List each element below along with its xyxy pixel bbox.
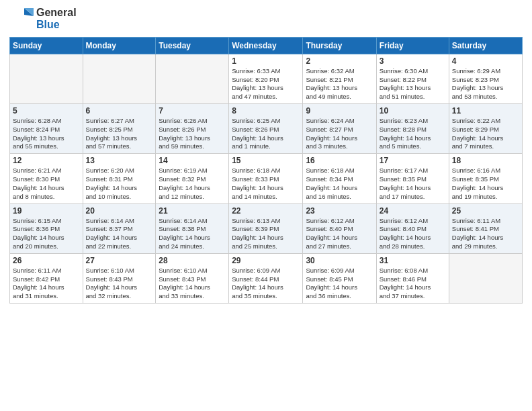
day-number: 18 [452,156,519,165]
day-info: Sunrise: 6:18 AM Sunset: 8:33 PM Dayligh… [232,167,300,201]
day-number: 22 [232,206,300,216]
calendar-cell: 2Sunrise: 6:32 AM Sunset: 8:21 PM Daylig… [303,54,376,103]
day-info: Sunrise: 6:11 AM Sunset: 8:42 PM Dayligh… [13,267,80,301]
day-number: 14 [159,156,226,165]
calendar-cell: 14Sunrise: 6:19 AM Sunset: 8:32 PM Dayli… [156,154,229,203]
day-info: Sunrise: 6:26 AM Sunset: 8:26 PM Dayligh… [159,117,226,151]
day-info: Sunrise: 6:14 AM Sunset: 8:38 PM Dayligh… [159,217,226,251]
day-number: 11 [452,106,519,116]
day-info: Sunrise: 6:20 AM Sunset: 8:31 PM Dayligh… [86,167,153,201]
day-number: 1 [232,56,300,66]
day-number: 17 [380,156,446,165]
day-info: Sunrise: 6:10 AM Sunset: 8:43 PM Dayligh… [86,267,153,301]
calendar-cell: 1Sunrise: 6:33 AM Sunset: 8:20 PM Daylig… [229,54,303,103]
day-info: Sunrise: 6:28 AM Sunset: 8:24 PM Dayligh… [13,117,80,151]
calendar-cell: 16Sunrise: 6:18 AM Sunset: 8:34 PM Dayli… [303,154,376,203]
day-number: 23 [306,206,373,216]
calendar-cell: 28Sunrise: 6:10 AM Sunset: 8:43 PM Dayli… [156,253,229,303]
weekday-header-sunday: Sunday [10,37,83,54]
day-info: Sunrise: 6:32 AM Sunset: 8:21 PM Dayligh… [306,67,373,101]
day-info: Sunrise: 6:30 AM Sunset: 8:22 PM Dayligh… [380,67,446,101]
day-info: Sunrise: 6:15 AM Sunset: 8:36 PM Dayligh… [13,217,80,251]
weekday-header-saturday: Saturday [449,37,522,54]
weekday-header-friday: Friday [376,37,449,54]
calendar-cell: 12Sunrise: 6:21 AM Sunset: 8:30 PM Dayli… [10,154,83,203]
calendar-cell: 9Sunrise: 6:24 AM Sunset: 8:27 PM Daylig… [303,104,376,154]
day-number: 20 [86,206,153,216]
calendar-cell: 17Sunrise: 6:17 AM Sunset: 8:35 PM Dayli… [376,154,449,203]
day-number: 5 [13,106,80,116]
calendar-cell [449,253,522,303]
day-number: 6 [86,106,153,116]
calendar-week-3: 12Sunrise: 6:21 AM Sunset: 8:30 PM Dayli… [10,154,523,203]
day-number: 29 [232,256,300,265]
day-info: Sunrise: 6:08 AM Sunset: 8:46 PM Dayligh… [380,267,446,301]
calendar-cell: 5Sunrise: 6:28 AM Sunset: 8:24 PM Daylig… [10,104,83,154]
day-number: 9 [306,106,373,116]
calendar-week-2: 5Sunrise: 6:28 AM Sunset: 8:24 PM Daylig… [10,104,523,154]
logo-general: General [36,7,77,19]
day-number: 30 [306,256,373,265]
day-number: 3 [380,56,446,66]
calendar-cell: 4Sunrise: 6:29 AM Sunset: 8:23 PM Daylig… [449,54,522,103]
day-number: 7 [159,106,226,116]
day-info: Sunrise: 6:16 AM Sunset: 8:35 PM Dayligh… [452,167,519,201]
header: GeneralBlue [9,7,523,32]
day-number: 8 [232,106,300,116]
logo: GeneralBlue [9,7,77,32]
calendar-week-1: 1Sunrise: 6:33 AM Sunset: 8:20 PM Daylig… [10,54,523,103]
day-number: 27 [86,256,153,265]
calendar-cell [83,54,156,103]
day-info: Sunrise: 6:29 AM Sunset: 8:23 PM Dayligh… [452,67,519,101]
page: GeneralBlue SundayMondayTuesdayWednesday… [0,0,532,411]
day-info: Sunrise: 6:12 AM Sunset: 8:40 PM Dayligh… [380,217,446,251]
day-info: Sunrise: 6:33 AM Sunset: 8:20 PM Dayligh… [232,67,300,101]
day-info: Sunrise: 6:13 AM Sunset: 8:39 PM Dayligh… [232,217,300,251]
day-info: Sunrise: 6:10 AM Sunset: 8:43 PM Dayligh… [159,267,226,301]
calendar-cell [156,54,229,103]
calendar-cell: 13Sunrise: 6:20 AM Sunset: 8:31 PM Dayli… [83,154,156,203]
day-info: Sunrise: 6:12 AM Sunset: 8:40 PM Dayligh… [306,217,373,251]
day-number: 4 [452,56,519,66]
day-info: Sunrise: 6:09 AM Sunset: 8:44 PM Dayligh… [232,267,300,301]
calendar-cell: 31Sunrise: 6:08 AM Sunset: 8:46 PM Dayli… [376,253,449,303]
logo-blue: Blue [36,19,77,31]
calendar: SundayMondayTuesdayWednesdayThursdayFrid… [9,37,523,304]
weekday-header-tuesday: Tuesday [156,37,229,54]
day-number: 24 [380,206,446,216]
day-info: Sunrise: 6:21 AM Sunset: 8:30 PM Dayligh… [13,167,80,201]
day-info: Sunrise: 6:19 AM Sunset: 8:32 PM Dayligh… [159,167,226,201]
day-info: Sunrise: 6:24 AM Sunset: 8:27 PM Dayligh… [306,117,373,151]
day-number: 12 [13,156,80,165]
day-number: 19 [13,206,80,216]
calendar-cell: 22Sunrise: 6:13 AM Sunset: 8:39 PM Dayli… [229,203,303,253]
day-info: Sunrise: 6:17 AM Sunset: 8:35 PM Dayligh… [380,167,446,201]
calendar-cell: 18Sunrise: 6:16 AM Sunset: 8:35 PM Dayli… [449,154,522,203]
calendar-cell: 23Sunrise: 6:12 AM Sunset: 8:40 PM Dayli… [303,203,376,253]
logo-svg [9,7,34,31]
calendar-cell: 30Sunrise: 6:09 AM Sunset: 8:45 PM Dayli… [303,253,376,303]
day-number: 2 [306,56,373,66]
day-number: 25 [452,206,519,216]
calendar-cell: 21Sunrise: 6:14 AM Sunset: 8:38 PM Dayli… [156,203,229,253]
calendar-cell: 3Sunrise: 6:30 AM Sunset: 8:22 PM Daylig… [376,54,449,103]
calendar-cell: 8Sunrise: 6:25 AM Sunset: 8:26 PM Daylig… [229,104,303,154]
weekday-header-thursday: Thursday [303,37,376,54]
day-info: Sunrise: 6:11 AM Sunset: 8:41 PM Dayligh… [452,217,519,251]
calendar-cell: 27Sunrise: 6:10 AM Sunset: 8:43 PM Dayli… [83,253,156,303]
calendar-cell: 26Sunrise: 6:11 AM Sunset: 8:42 PM Dayli… [10,253,83,303]
weekday-header-wednesday: Wednesday [229,37,303,54]
day-number: 21 [159,206,226,216]
day-info: Sunrise: 6:18 AM Sunset: 8:34 PM Dayligh… [306,167,373,201]
day-number: 26 [13,256,80,265]
calendar-cell: 19Sunrise: 6:15 AM Sunset: 8:36 PM Dayli… [10,203,83,253]
calendar-cell: 25Sunrise: 6:11 AM Sunset: 8:41 PM Dayli… [449,203,522,253]
day-info: Sunrise: 6:14 AM Sunset: 8:37 PM Dayligh… [86,217,153,251]
calendar-cell: 7Sunrise: 6:26 AM Sunset: 8:26 PM Daylig… [156,104,229,154]
day-info: Sunrise: 6:25 AM Sunset: 8:26 PM Dayligh… [232,117,300,151]
calendar-week-4: 19Sunrise: 6:15 AM Sunset: 8:36 PM Dayli… [10,203,523,253]
calendar-cell: 20Sunrise: 6:14 AM Sunset: 8:37 PM Dayli… [83,203,156,253]
day-number: 15 [232,156,300,165]
calendar-cell: 10Sunrise: 6:23 AM Sunset: 8:28 PM Dayli… [376,104,449,154]
calendar-header-row: SundayMondayTuesdayWednesdayThursdayFrid… [10,37,523,54]
